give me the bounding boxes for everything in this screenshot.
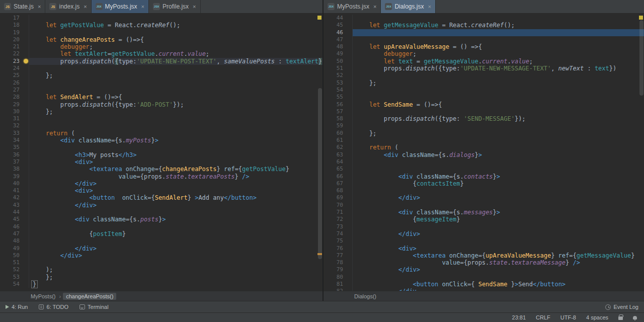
- line-number[interactable]: 33: [0, 130, 23, 137]
- inspection-indicator[interactable]: [317, 16, 321, 20]
- line-number[interactable]: 56: [324, 101, 347, 108]
- code-line-51[interactable]: 51 props.dispatch({type:'UPDATE-NEW-MESS…: [324, 65, 644, 72]
- code-line-23[interactable]: 23 props.dispatch({type:'UPDATE-NEW-POST…: [0, 58, 323, 65]
- line-number[interactable]: 22: [0, 50, 23, 57]
- code-line-41[interactable]: 41 <div>: [0, 187, 323, 194]
- code-line-36[interactable]: 36 <h3>My posts</h3>: [0, 151, 323, 158]
- code-line-25[interactable]: 25 };: [0, 72, 323, 79]
- line-number[interactable]: 57: [324, 108, 347, 115]
- code-line-28[interactable]: 28 let SendAlert = ()=>{: [0, 94, 323, 101]
- code-line-40[interactable]: 40 </div>: [0, 180, 323, 187]
- code-line-77[interactable]: 77 <textarea onChange={upAreaValueMessag…: [324, 252, 644, 259]
- close-icon[interactable]: ×: [373, 4, 376, 10]
- line-number[interactable]: 48: [324, 43, 347, 50]
- close-icon[interactable]: ×: [38, 4, 41, 10]
- code-line-43[interactable]: 43 </div>: [0, 202, 323, 209]
- line-number[interactable]: 79: [324, 266, 347, 273]
- breadcrumb-item-current[interactable]: Dialogs(): [353, 293, 378, 300]
- line-number[interactable]: 27: [0, 87, 23, 94]
- line-number[interactable]: 47: [0, 230, 23, 237]
- close-icon[interactable]: ×: [193, 4, 196, 10]
- tab-myposts-jsx-right[interactable]: JSX MyPosts.jsx ×: [324, 0, 381, 13]
- code-line-53[interactable]: 53 };: [324, 79, 644, 87]
- bell-icon[interactable]: [633, 316, 637, 319]
- line-number[interactable]: 72: [324, 216, 347, 223]
- code-line-29[interactable]: 29 props.dispatch({type:'ADD-POST'});: [0, 101, 323, 108]
- code-line-78[interactable]: 78 value={props.state.textareaMessage} /…: [324, 259, 644, 266]
- lock-icon[interactable]: [618, 316, 623, 320]
- indent-widget[interactable]: 4 spaces: [586, 314, 608, 320]
- line-number[interactable]: 43: [0, 202, 23, 209]
- code-line-79[interactable]: 79 </div>: [324, 266, 644, 273]
- event-log-button[interactable]: Event Log: [600, 301, 644, 312]
- line-number[interactable]: 51: [324, 65, 347, 72]
- line-number[interactable]: 37: [0, 158, 23, 166]
- code-line-18[interactable]: 18 let getPostValue = React.createRef();: [0, 22, 323, 29]
- line-number[interactable]: 47: [324, 36, 347, 43]
- line-number[interactable]: 30: [0, 108, 23, 115]
- code-line-39[interactable]: 39 value={props.state.textareaPosts} />: [0, 173, 323, 180]
- code-line-60[interactable]: 60 };: [324, 130, 644, 137]
- code-line-76[interactable]: 76 <div>: [324, 245, 644, 252]
- code-line-69[interactable]: 69 </div>: [324, 194, 644, 201]
- encoding-widget[interactable]: UTF-8: [560, 314, 576, 320]
- line-number[interactable]: 35: [0, 144, 23, 151]
- line-number[interactable]: 24: [0, 65, 23, 72]
- intention-bulb-icon[interactable]: [24, 59, 28, 63]
- line-number[interactable]: 41: [0, 187, 23, 194]
- line-number[interactable]: 69: [324, 194, 347, 201]
- line-number[interactable]: 64: [324, 158, 347, 166]
- line-number[interactable]: 78: [324, 259, 347, 266]
- line-number[interactable]: 50: [0, 252, 23, 259]
- code-line-71[interactable]: 71 <div className={s.messages}>: [324, 209, 644, 216]
- line-number[interactable]: 55: [324, 94, 347, 101]
- line-number[interactable]: 75: [324, 237, 347, 245]
- code-line-46[interactable]: 46: [0, 223, 323, 230]
- breadcrumb-item-current[interactable]: changeAreaPosts(): [63, 293, 116, 300]
- code-line-50[interactable]: 50 let text = getMessageValue.current.va…: [324, 58, 644, 65]
- line-number[interactable]: 25: [0, 72, 23, 79]
- code-line-17[interactable]: 17: [0, 15, 323, 22]
- code-line-64[interactable]: 64: [324, 158, 644, 166]
- line-number[interactable]: 31: [0, 115, 23, 122]
- close-icon[interactable]: ×: [141, 4, 144, 10]
- vertical-scrollbar-thumb[interactable]: [639, 20, 643, 96]
- line-number[interactable]: 40: [0, 180, 23, 187]
- code-line-55[interactable]: 55: [324, 94, 644, 101]
- code-line-24[interactable]: 24: [0, 65, 323, 72]
- terminal-tool-button[interactable]: Terminal: [74, 301, 114, 312]
- line-number[interactable]: 49: [324, 50, 347, 57]
- line-number[interactable]: 52: [324, 72, 347, 79]
- line-number[interactable]: 62: [324, 144, 347, 151]
- code-line-33[interactable]: 33 return (: [0, 130, 323, 137]
- line-number[interactable]: 44: [324, 15, 347, 22]
- line-number[interactable]: 66: [324, 173, 347, 180]
- code-line-52[interactable]: 52 );: [0, 266, 323, 273]
- line-number[interactable]: 53: [324, 79, 347, 87]
- code-line-54[interactable]: 54: [324, 87, 644, 94]
- line-number[interactable]: 46: [0, 223, 23, 230]
- line-number[interactable]: 61: [324, 137, 347, 144]
- code-line-66[interactable]: 66 <div className={s.contacts}>: [324, 173, 644, 180]
- line-number[interactable]: 48: [0, 237, 23, 245]
- run-tool-button[interactable]: 4: Run: [0, 301, 33, 312]
- code-line-50[interactable]: 50 </div>: [0, 252, 323, 259]
- code-line-45[interactable]: 45 <div className={s.posts}>: [0, 216, 323, 223]
- line-number[interactable]: 39: [0, 173, 23, 180]
- code-line-57[interactable]: 57: [324, 108, 644, 115]
- line-number[interactable]: 21: [0, 43, 23, 50]
- line-number[interactable]: 54: [0, 281, 23, 288]
- line-number[interactable]: 73: [324, 223, 347, 230]
- line-number[interactable]: 81: [324, 281, 347, 288]
- line-number[interactable]: 63: [324, 151, 347, 158]
- code-line-44[interactable]: 44: [324, 15, 644, 22]
- line-ending-widget[interactable]: CRLF: [536, 314, 550, 320]
- code-line-81[interactable]: 81 <button onClick={ SendSame }>Send</bu…: [324, 281, 644, 288]
- code-line-37[interactable]: 37 <div>: [0, 158, 323, 166]
- code-line-51[interactable]: 51: [0, 259, 323, 266]
- code-line-45[interactable]: 45 let getMessageValue = React.createRef…: [324, 22, 644, 29]
- code-line-21[interactable]: 21 debugger;: [0, 43, 323, 50]
- line-number[interactable]: 54: [324, 87, 347, 94]
- line-number[interactable]: 65: [324, 166, 347, 173]
- code-line-67[interactable]: 67 {contactsItem}: [324, 180, 644, 187]
